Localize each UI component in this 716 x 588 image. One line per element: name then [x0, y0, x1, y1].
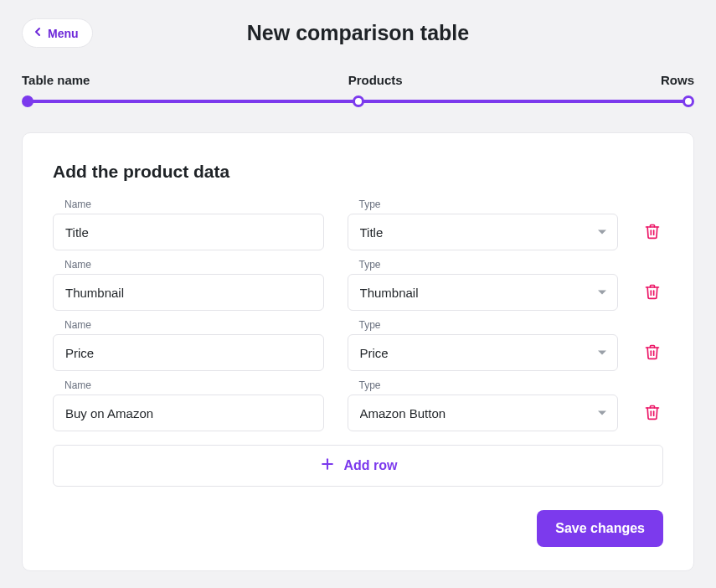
step-dot-3[interactable] — [683, 95, 694, 107]
name-input[interactable] — [53, 274, 324, 311]
name-label: Name — [53, 259, 324, 271]
trash-icon — [644, 222, 661, 243]
card-title: Add the product data — [53, 162, 663, 182]
delete-row-button[interactable] — [641, 214, 663, 250]
save-changes-button[interactable]: Save changes — [537, 510, 663, 547]
chevron-left-icon — [31, 25, 44, 41]
header: Menu New comparison table — [22, 0, 694, 63]
add-row-button[interactable]: Add row — [53, 445, 663, 487]
delete-row-button[interactable] — [641, 274, 663, 311]
plus-icon — [319, 456, 336, 476]
type-label: Type — [348, 199, 619, 210]
type-select[interactable] — [348, 395, 619, 431]
stepper: Table name Products Rows — [22, 73, 694, 107]
name-label: Name — [53, 319, 324, 331]
delete-row-button[interactable] — [641, 395, 663, 431]
delete-row-button[interactable] — [641, 334, 663, 371]
add-row-label: Add row — [344, 458, 398, 473]
menu-button[interactable]: Menu — [22, 18, 93, 48]
step-label-products: Products — [348, 73, 403, 87]
step-dot-2[interactable] — [353, 95, 364, 107]
type-select[interactable] — [348, 334, 619, 371]
type-label: Type — [348, 259, 619, 271]
product-data-card: Add the product data Name Type — [22, 132, 694, 571]
type-select[interactable] — [348, 274, 619, 311]
menu-button-label: Menu — [48, 27, 79, 40]
page-title: New comparison table — [247, 21, 469, 45]
step-label-rows: Rows — [661, 73, 694, 87]
type-label: Type — [348, 319, 619, 331]
step-dot-1[interactable] — [22, 95, 33, 107]
data-row: Name Type — [53, 199, 663, 250]
data-row: Name Type — [53, 379, 663, 431]
trash-icon — [644, 403, 661, 424]
data-row: Name Type — [53, 319, 663, 371]
type-label: Type — [348, 379, 619, 391]
name-label: Name — [53, 379, 324, 391]
name-label: Name — [53, 199, 324, 210]
name-input[interactable] — [53, 334, 324, 371]
type-select[interactable] — [348, 214, 619, 250]
trash-icon — [644, 282, 661, 303]
name-input[interactable] — [53, 214, 324, 250]
trash-icon — [644, 343, 661, 364]
data-row: Name Type — [53, 259, 663, 311]
step-label-table-name: Table name — [22, 73, 90, 87]
name-input[interactable] — [53, 395, 324, 431]
